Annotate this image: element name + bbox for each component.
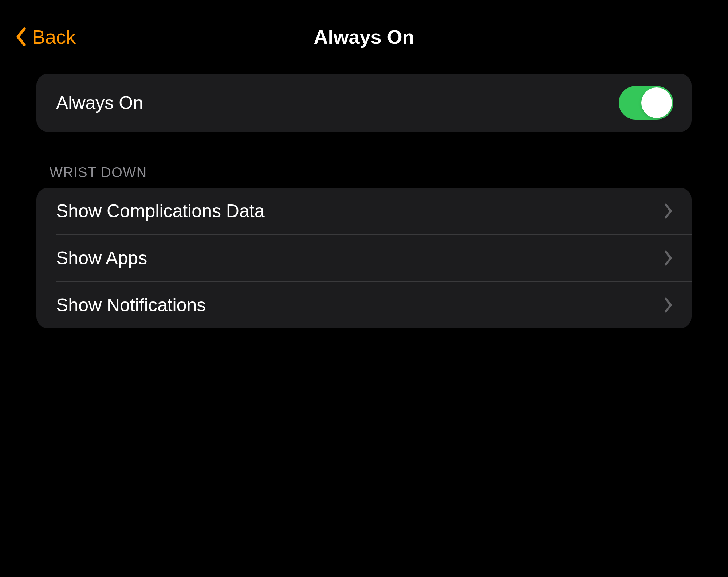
- always-on-label: Always On: [56, 92, 143, 113]
- toggle-knob: [641, 87, 672, 118]
- cell-label: Show Complications Data: [56, 200, 265, 222]
- cell-label: Show Apps: [56, 247, 147, 269]
- back-label: Back: [32, 26, 76, 48]
- toggle-section: Always On: [36, 74, 692, 132]
- cell-group: Show Complications Data Show Apps: [36, 188, 692, 328]
- wrist-down-section: WRIST DOWN Show Complications Data Show …: [36, 165, 692, 328]
- chevron-right-icon: [663, 203, 673, 219]
- cell-label: Show Notifications: [56, 295, 206, 316]
- chevron-left-icon: [15, 27, 28, 47]
- page-title: Always On: [314, 26, 414, 48]
- show-apps-row[interactable]: Show Apps: [36, 235, 692, 281]
- cell-group: Always On: [36, 74, 692, 132]
- wrist-down-header: WRIST DOWN: [36, 165, 692, 188]
- always-on-toggle-row: Always On: [36, 74, 692, 132]
- chevron-right-icon: [663, 250, 673, 266]
- navigation-header: Back Always On: [0, 0, 728, 63]
- back-button[interactable]: Back: [15, 26, 76, 48]
- always-on-toggle[interactable]: [619, 86, 673, 120]
- chevron-right-icon: [663, 297, 673, 313]
- content-area: Always On WRIST DOWN Show Complications …: [0, 74, 728, 328]
- show-complications-data-row[interactable]: Show Complications Data: [36, 188, 692, 234]
- show-notifications-row[interactable]: Show Notifications: [36, 282, 692, 328]
